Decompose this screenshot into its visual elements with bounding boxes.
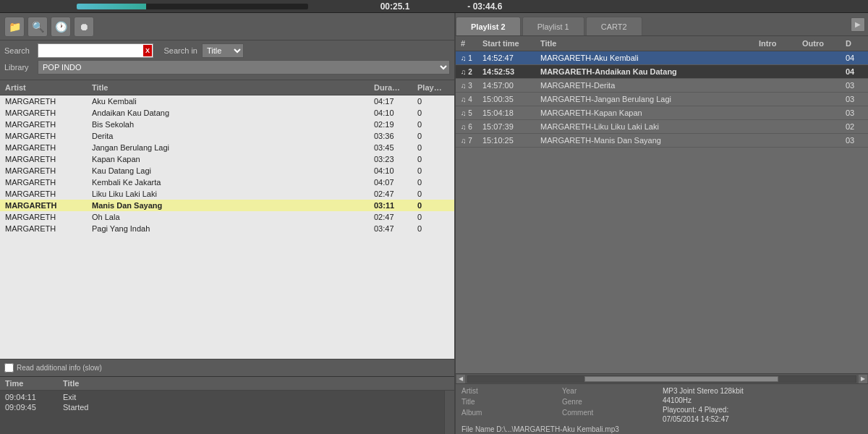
bottom-info: Read additional info (slow) xyxy=(0,359,454,376)
log-scrollbar[interactable] xyxy=(444,391,454,434)
track-row[interactable]: MARGARETH Kau Datang Lagi 04:10 0 xyxy=(0,165,454,176)
col-artist: Artist xyxy=(3,82,90,93)
playlist-row[interactable]: ♫ 1 14:52:47 MARGARETH-Aku Kembali 04 xyxy=(456,51,868,65)
track-row[interactable]: MARGARETH Kapan Kapan 03:23 0 xyxy=(0,153,454,165)
track-title: Aku Kembali xyxy=(90,96,372,106)
scroll-right-arrow[interactable]: ▶ xyxy=(858,374,868,384)
search-input[interactable] xyxy=(38,44,142,57)
playlist-start: 14:52:53 xyxy=(480,66,538,77)
right-panel: Playlist 2 Playlist 1 CART2 ▶ # Start ti… xyxy=(456,13,868,434)
progress-bar[interactable] xyxy=(77,4,308,9)
playlist-start: 14:52:47 xyxy=(480,52,538,64)
track-list-header: Artist Title Dura… Play… xyxy=(0,80,454,95)
additional-info-checkbox[interactable] xyxy=(4,363,14,373)
track-title: Liku Liku Laki Laki xyxy=(90,189,372,199)
track-row[interactable]: MARGARETH Aku Kembali 04:17 0 xyxy=(0,95,454,107)
playlist-row[interactable]: ♫ 6 15:07:39 MARGARETH-Liku Liku Laki La… xyxy=(456,120,868,134)
pl-col-num: # xyxy=(459,38,480,49)
track-artist: MARGARETH xyxy=(3,166,90,176)
playlist-start: 15:07:39 xyxy=(480,121,538,132)
track-row[interactable]: MARGARETH Bis Sekolah 02:19 0 xyxy=(0,119,454,130)
playlist-start: 15:10:25 xyxy=(480,135,538,146)
meta-filename-row: File Name D:\...\MARGARETH-Aku Kembali.m… xyxy=(461,425,862,433)
track-artist: MARGARETH xyxy=(3,200,90,210)
playlist-intro xyxy=(757,121,800,132)
track-duration: 04:10 xyxy=(372,108,415,118)
playlist-icon: ♫ 1 xyxy=(459,52,480,64)
playlist-outro xyxy=(800,107,843,119)
scrollbar-track[interactable] xyxy=(467,375,856,383)
tab-playlist2[interactable]: Playlist 2 xyxy=(456,17,521,35)
track-artist: MARGARETH xyxy=(3,131,90,141)
playlist-row[interactable]: ♫ 4 15:00:35 MARGARETH-Jangan Berulang L… xyxy=(456,93,868,106)
track-title: Kau Datang Lagi xyxy=(90,166,372,176)
playlist-icon: ♫ 4 xyxy=(459,93,480,105)
search-clear-button[interactable]: X xyxy=(143,45,152,56)
playlist-d: 03 xyxy=(843,93,865,105)
playlist-start: 15:00:35 xyxy=(480,93,538,105)
playlist-scrollbar[interactable]: ◀ ▶ xyxy=(456,373,868,383)
playlist-row[interactable]: ♫ 2 14:52:53 MARGARETH-Andaikan Kau Data… xyxy=(456,65,868,79)
log-time: 09:04:11 xyxy=(3,392,61,402)
clock-button[interactable]: 🕐 xyxy=(51,17,71,37)
track-row[interactable]: MARGARETH Pagi Yang Indah 03:47 0 xyxy=(0,223,454,234)
library-select[interactable]: POP INDO Jazz Rock Classics xyxy=(38,60,450,75)
track-duration: 03:47 xyxy=(372,224,415,234)
track-artist: MARGARETH xyxy=(3,142,90,153)
playlist-d: 03 xyxy=(843,80,865,91)
track-plays: 0 xyxy=(415,189,451,199)
playlist-intro xyxy=(757,66,800,77)
playlist-tabs: Playlist 2 Playlist 1 CART2 ▶ xyxy=(456,13,868,36)
track-plays: 0 xyxy=(415,108,451,118)
playlist-intro xyxy=(757,107,800,119)
meta-title-label: Title xyxy=(461,398,561,406)
meta-playcount: Playcount: 4 Played: xyxy=(663,406,762,414)
time-elapsed: 00:25.1 xyxy=(380,1,410,12)
playlist-row[interactable]: ♫ 5 15:04:18 MARGARETH-Kapan Kapan 03 xyxy=(456,106,868,120)
meta-playtime: 07/05/2014 14:52:47 xyxy=(663,415,762,423)
track-duration: 03:36 xyxy=(372,131,415,141)
playlist-title: MARGARETH-Jangan Berulang Lagi xyxy=(538,93,757,105)
track-title: Bis Sekolah xyxy=(90,119,372,129)
track-title: Jangan Berulang Lagi xyxy=(90,142,372,153)
record-button[interactable]: ⏺ xyxy=(74,17,94,37)
playlist-d: 02 xyxy=(843,121,865,132)
tab-playlist1[interactable]: Playlist 1 xyxy=(522,17,584,35)
scroll-left-arrow[interactable]: ◀ xyxy=(456,374,466,384)
playlist-icon: ♫ 3 xyxy=(459,80,480,91)
track-row[interactable]: MARGARETH Andaikan Kau Datang 04:10 0 xyxy=(0,107,454,119)
folder-button[interactable]: 📁 xyxy=(4,17,25,37)
track-row[interactable]: MARGARETH Jangan Berulang Lagi 03:45 0 xyxy=(0,142,454,153)
playlist-start: 15:04:18 xyxy=(480,107,538,119)
meta-col-filename xyxy=(763,387,862,423)
search-area: Search X Search in Title Artist Album Al… xyxy=(0,41,454,80)
search-in-select[interactable]: Title Artist Album All xyxy=(202,43,244,58)
log-time: 09:09:45 xyxy=(3,402,61,412)
track-row[interactable]: MARGARETH Derita 03:36 0 xyxy=(0,130,454,142)
tab-cart2[interactable]: CART2 xyxy=(586,17,642,35)
track-row[interactable]: MARGARETH Manis Dan Sayang 03:11 0 xyxy=(0,200,454,211)
track-plays: 0 xyxy=(415,131,451,141)
track-duration: 04:17 xyxy=(372,96,415,106)
playlist-title: MARGARETH-Liku Liku Laki Laki xyxy=(538,121,757,132)
playlist-intro xyxy=(757,135,800,146)
toolbar: 📁 🔍 🕐 ⏺ xyxy=(0,13,454,41)
playlist-icon: ♫ 6 xyxy=(459,121,480,132)
playlist-d: 03 xyxy=(843,107,865,119)
playlist-row[interactable]: ♫ 7 15:10:25 MARGARETH-Manis Dan Sayang … xyxy=(456,134,868,148)
playlist-nav-button[interactable]: ▶ xyxy=(851,17,865,32)
playlist-row[interactable]: ♫ 3 14:57:00 MARGARETH-Derita 03 xyxy=(456,79,868,93)
log-area: Time Title 09:04:11 Exit 09:09:45 Starte… xyxy=(0,376,454,434)
track-row[interactable]: MARGARETH Liku Liku Laki Laki 02:47 0 xyxy=(0,188,454,200)
track-plays: 0 xyxy=(415,96,451,106)
track-row[interactable]: MARGARETH Oh Lala 02:47 0 xyxy=(0,211,454,223)
track-row[interactable]: MARGARETH Kembali Ke Jakarta 04:07 0 xyxy=(0,176,454,188)
track-plays: 0 xyxy=(415,212,451,222)
meta-comment-label: Comment xyxy=(562,409,661,417)
playlist-d: 03 xyxy=(843,135,865,146)
meta-year-label: Year xyxy=(562,387,661,395)
additional-info-check[interactable]: Read additional info (slow) xyxy=(4,363,102,373)
track-plays: 0 xyxy=(415,154,451,164)
track-artist: MARGARETH xyxy=(3,224,90,234)
search-button[interactable]: 🔍 xyxy=(27,17,48,37)
